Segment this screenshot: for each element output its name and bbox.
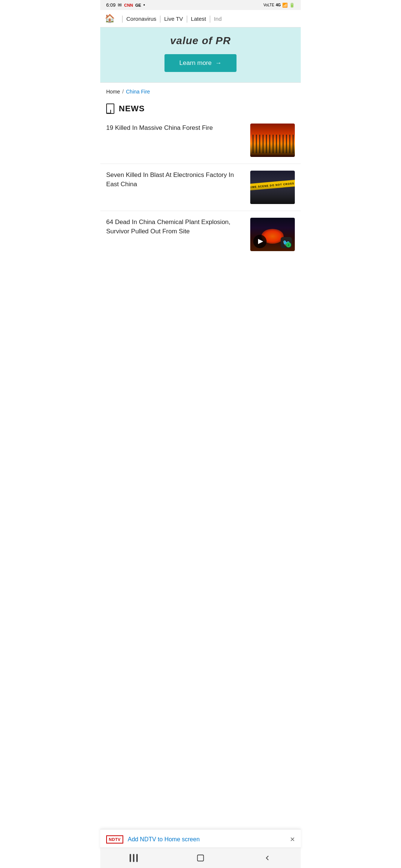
vol-icon: VoLTE: [263, 3, 274, 7]
status-bar: 6:09 ✉ CNN GE • VoLTE 4G 📶 🔋: [100, 0, 301, 10]
nav-divider-4: |: [209, 14, 211, 23]
signal-icon: 📶: [282, 3, 288, 8]
learn-more-arrow: →: [215, 59, 222, 67]
bookmark-icon: [106, 103, 114, 114]
breadcrumb-separator: /: [122, 89, 124, 95]
news-list: 19 Killed In Massive China Forest Fire S…: [100, 117, 301, 258]
news-title-3: 64 Dead In China Chemical Plant Explosio…: [106, 218, 246, 236]
news-image-3: 🐦 ♪: [250, 218, 295, 251]
section-title: NEWS: [119, 104, 145, 114]
cnn-icon: CNN: [124, 3, 133, 7]
app-badge: 🐦 ♪: [281, 237, 292, 248]
ad-banner: value of PR Learn more →: [100, 27, 301, 83]
breadcrumb: Home / China Fire: [100, 83, 301, 98]
news-title-1: 19 Killed In Massive China Forest Fire: [106, 124, 246, 133]
learn-more-label: Learn more: [179, 59, 212, 67]
nav-divider-1: |: [121, 14, 123, 23]
news-item-1[interactable]: 19 Killed In Massive China Forest Fire: [100, 117, 301, 164]
news-title-2: Seven Killed In Blast At Electronics Fac…: [106, 171, 246, 189]
dot-icon: •: [143, 2, 145, 8]
status-right: VoLTE 4G 📶 🔋: [263, 3, 295, 8]
battery-icon: 🔋: [289, 3, 295, 8]
ge-icon: GE: [135, 3, 141, 7]
nav-item-latest[interactable]: Latest: [191, 16, 206, 22]
learn-more-button[interactable]: Learn more →: [164, 54, 237, 72]
breadcrumb-current[interactable]: China Fire: [126, 89, 150, 95]
news-image-1: [250, 124, 295, 157]
news-image-2: CRIME SCENE DO NOT CROSS CRIME SCENE DO …: [250, 171, 295, 204]
news-item-2[interactable]: Seven Killed In Blast At Electronics Fac…: [100, 164, 301, 211]
status-left: 6:09 ✉ CNN GE •: [106, 2, 145, 8]
4g-icon: 4G: [276, 3, 281, 7]
breadcrumb-home[interactable]: Home: [106, 89, 120, 95]
home-nav-icon[interactable]: 🏠: [105, 14, 115, 23]
nav-bar: 🏠 | Coronavirus | Live TV | Latest | Ind: [100, 10, 301, 27]
nav-item-ind[interactable]: Ind: [214, 16, 222, 22]
music-badge-icon: ♪: [286, 242, 291, 247]
nav-item-coronavirus[interactable]: Coronavirus: [126, 16, 156, 22]
video-play-overlay: [253, 235, 267, 248]
status-time: 6:09: [106, 2, 115, 8]
news-section-header: NEWS: [100, 98, 301, 117]
nav-divider-3: |: [186, 14, 188, 23]
news-item-3[interactable]: 64 Dead In China Chemical Plant Explosio…: [100, 211, 301, 258]
mail-icon: ✉: [118, 2, 122, 8]
play-arrow-icon: [258, 239, 263, 244]
nav-item-livetv[interactable]: Live TV: [164, 16, 183, 22]
nav-divider-2: |: [159, 14, 161, 23]
ad-banner-text: value of PR: [109, 35, 292, 47]
